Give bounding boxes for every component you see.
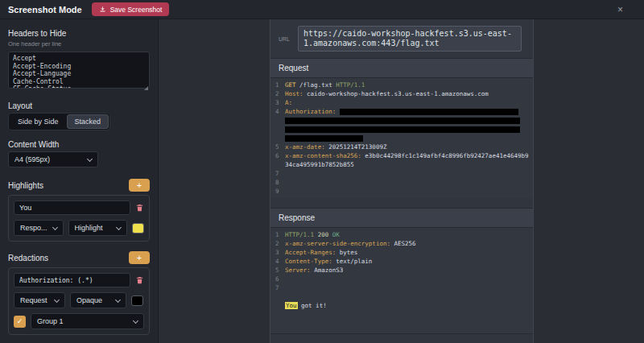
line-number: 3 <box>270 98 285 107</box>
line-number: 3 <box>270 248 285 257</box>
code-line: 9 <box>270 187 533 196</box>
code-token: HTTP/1.1 <box>285 231 318 238</box>
line-number: 1 <box>270 230 285 239</box>
code-line: 8 <box>270 178 533 187</box>
code-token: caido-workshop-hackfest.s3.us-east-1.ama… <box>307 90 489 97</box>
code-token: AmazonS3 <box>314 267 343 274</box>
code-line: 5x-amz-date: 20251214T213009Z <box>270 143 533 151</box>
settings-sidebar: Headers to Hide One header per line Acce… <box>0 19 159 343</box>
layout-option-side-by-side[interactable]: Side by Side <box>10 114 67 129</box>
code-token: GET <box>285 81 299 89</box>
code-line <box>270 134 533 143</box>
code-line <box>270 292 533 301</box>
line-content <box>285 187 533 196</box>
line-number: 8 <box>270 178 285 187</box>
line-number: 6 <box>270 151 285 169</box>
code-line: 4Authorization: <box>270 107 533 116</box>
delete-highlight-icon[interactable] <box>135 203 144 213</box>
screenshot-content: URL https://caido-workshop-hackfest.s3.u… <box>270 19 534 343</box>
line-content: x-amz-date: 20251214T213009Z <box>285 143 533 151</box>
line-content: A: <box>285 98 533 107</box>
redaction-block <box>285 126 520 133</box>
line-number: 5 <box>270 143 285 151</box>
code-token: text/plain <box>336 258 372 265</box>
code-token: got it! <box>298 302 327 309</box>
bottom-divider <box>270 333 533 343</box>
headers-to-hide-label: Headers to Hide <box>8 29 150 38</box>
code-line: You got it! <box>270 301 533 310</box>
layout-option-stacked[interactable]: Stacked <box>67 114 109 129</box>
headers-textarea-wrap: Accept Accept-Encoding Accept-Language C… <box>8 52 150 92</box>
headers-to-hide-textarea[interactable]: Accept Accept-Encoding Accept-Language C… <box>8 52 150 89</box>
line-content: Host: caido-workshop-hackfest.s3.us-east… <box>285 89 533 98</box>
highlight-color-swatch[interactable] <box>132 223 144 233</box>
redaction-group-select[interactable]: Group 1 <box>31 313 144 329</box>
content-width-label: Content Width <box>8 140 150 149</box>
line-content <box>285 169 533 178</box>
line-number: 6 <box>270 275 285 283</box>
redaction-target-select[interactable]: Request <box>14 292 65 308</box>
line-content: x-amz-server-side-encryption: AES256 <box>285 239 533 248</box>
highlight-target-value: Respo... <box>20 224 47 232</box>
delete-redaction-icon[interactable] <box>135 275 144 285</box>
url-value: https://caido-workshop-hackfest.s3.us-ea… <box>298 26 522 52</box>
close-icon[interactable]: × <box>617 5 623 14</box>
chevron-down-icon <box>87 155 93 161</box>
highlight-target-select[interactable]: Respo... <box>14 220 64 236</box>
add-redaction-button[interactable]: + <box>129 251 150 264</box>
code-token: Accept-Ranges: <box>285 249 340 256</box>
url-row: URL https://caido-workshop-hackfest.s3.u… <box>270 19 533 58</box>
code-line: 6x-amz-content-sha256: e3b0c44298fc1c149… <box>270 151 533 169</box>
code-token: bytes <box>340 249 358 256</box>
response-code-block: 1HTTP/1.1 200 OK2x-amz-server-side-encry… <box>270 228 533 333</box>
headers-to-hide-hint: One header per line <box>8 40 150 48</box>
line-content: HTTP/1.1 200 OK <box>285 230 533 239</box>
line-content <box>285 125 533 134</box>
code-token: x-amz-date: <box>285 143 328 151</box>
redaction-target-value: Request <box>20 296 47 304</box>
redaction-style-value: Opaque <box>76 296 102 304</box>
code-token: Host: <box>285 90 307 97</box>
line-content <box>285 178 533 187</box>
code-token: HTTP/1.1 <box>336 81 365 89</box>
redaction-group-value: Group 1 <box>37 317 64 325</box>
code-token: OK <box>332 231 340 238</box>
line-content <box>285 283 533 292</box>
code-line: 7 <box>270 283 533 292</box>
line-number <box>270 134 285 143</box>
code-token: 200 <box>318 231 332 238</box>
chevron-down-icon <box>54 296 60 302</box>
code-line: 3A: <box>270 98 533 107</box>
highlight-item-card: Respo... Highlight <box>8 195 150 242</box>
add-highlight-button[interactable]: + <box>129 179 150 192</box>
highlight-text-input[interactable] <box>14 200 130 215</box>
line-content <box>285 134 533 143</box>
line-content <box>285 275 533 283</box>
chevron-down-icon <box>52 224 58 229</box>
page-title: Screenshot Mode <box>8 5 82 14</box>
redaction-color-swatch[interactable] <box>131 295 143 306</box>
content-width-select[interactable]: A4 (595px) <box>8 151 98 167</box>
group-checkbox[interactable]: ✓ <box>14 316 26 328</box>
redaction-style-select[interactable]: Opaque <box>70 292 126 308</box>
line-number: 7 <box>270 283 285 292</box>
layout-segmented-control: Side by Side Stacked <box>8 113 110 130</box>
save-screenshot-button[interactable]: Save Screenshot <box>92 2 170 16</box>
line-content <box>285 292 533 301</box>
request-code-block: 1GET /flag.txt HTTP/1.12Host: caido-work… <box>270 78 533 198</box>
highlight-style-select[interactable]: Highlight <box>68 220 127 236</box>
code-token: You <box>285 302 298 309</box>
line-content: Server: AmazonS3 <box>285 266 533 275</box>
line-number: 1 <box>270 81 285 89</box>
content-width-value: A4 (595px) <box>14 155 50 163</box>
line-content: Authorization: <box>285 107 533 116</box>
code-token: x-amz-server-side-encryption: <box>285 240 394 247</box>
line-number <box>270 125 285 134</box>
screenshot-preview-area: URL https://caido-workshop-hackfest.s3.u… <box>159 19 644 343</box>
redaction-pattern-input[interactable] <box>14 273 130 287</box>
request-section-header: Request <box>270 58 533 78</box>
code-line: 2Host: caido-workshop-hackfest.s3.us-eas… <box>270 89 533 98</box>
code-line: 5Server: AmazonS3 <box>270 266 533 275</box>
code-line: 4Content-Type: text/plain <box>270 257 533 266</box>
redaction-block <box>340 109 518 115</box>
